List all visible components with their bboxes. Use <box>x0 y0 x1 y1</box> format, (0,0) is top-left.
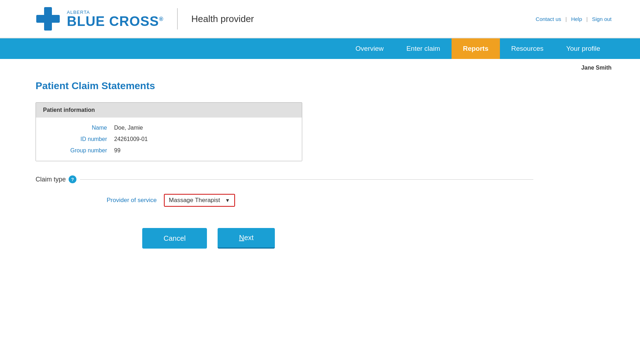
cancel-button[interactable]: Cancel <box>142 228 207 249</box>
logo-subtitle: Health provider <box>191 13 254 25</box>
next-button[interactable]: Next <box>218 228 275 249</box>
svg-rect-1 <box>36 15 60 23</box>
patient-info-body: Name Doe, Jamie ID number 24261009-01 Gr… <box>36 118 302 161</box>
claim-type-header-row: Claim type ? <box>36 175 533 183</box>
patient-info-header: Patient information <box>36 103 302 118</box>
dropdown-arrow-icon: ▼ <box>225 197 230 203</box>
header-links: Contact us | Help | Sign out <box>536 16 612 22</box>
header: ALBERTA BLUE CROSS® Health provider Cont… <box>0 0 640 38</box>
patient-id-row: ID number 24261009-01 <box>50 136 288 142</box>
button-row: Cancel Next <box>36 228 533 249</box>
claim-type-section: Claim type ? Provider of service Massage… <box>36 175 533 207</box>
patient-group-value: 99 <box>114 147 121 154</box>
patient-group-label: Group number <box>50 147 107 154</box>
claim-type-help-icon[interactable]: ? <box>69 175 76 183</box>
nav-reports[interactable]: Reports <box>452 38 500 59</box>
nav-overview[interactable]: Overview <box>344 38 395 59</box>
claim-type-divider <box>80 179 533 180</box>
nav-bar: Overview Enter claim Reports Resources Y… <box>0 38 640 59</box>
provider-label: Provider of service <box>107 197 157 204</box>
logo-container: ALBERTA BLUE CROSS® Health provider <box>36 6 254 31</box>
patient-id-value: 24261009-01 <box>114 136 148 142</box>
sign-out-link[interactable]: Sign out <box>592 16 612 22</box>
logo-blue-cross: BLUE CROSS® <box>67 15 164 28</box>
user-name-bar: Jane Smith <box>0 59 640 77</box>
provider-row: Provider of service Massage Therapist ▼ <box>36 194 533 207</box>
patient-group-row: Group number 99 <box>50 147 288 154</box>
logo-divider <box>177 8 178 29</box>
claim-type-header: Claim type ? <box>36 175 76 183</box>
page-title: Patient Claim Statements <box>36 80 533 92</box>
patient-name-label: Name <box>50 125 107 131</box>
logo-icon <box>36 6 60 31</box>
patient-name-row: Name Doe, Jamie <box>50 125 288 131</box>
logo-text: ALBERTA BLUE CROSS® <box>67 10 164 28</box>
select-container[interactable]: Massage Therapist ▼ <box>165 195 234 206</box>
provider-selected-value: Massage Therapist <box>169 197 220 204</box>
nav-resources[interactable]: Resources <box>500 38 555 59</box>
claim-type-label: Claim type <box>36 176 66 183</box>
provider-select-wrapper: Massage Therapist ▼ <box>164 194 235 207</box>
contact-us-link[interactable]: Contact us <box>536 16 561 22</box>
nav-your-profile[interactable]: Your profile <box>555 38 612 59</box>
main-content: Patient Claim Statements Patient informa… <box>0 77 569 270</box>
patient-name-value: Doe, Jamie <box>114 125 143 131</box>
next-underline-n: N <box>239 234 244 241</box>
nav-enter-claim[interactable]: Enter claim <box>395 38 452 59</box>
help-link[interactable]: Help <box>571 16 582 22</box>
patient-info-box: Patient information Name Doe, Jamie ID n… <box>36 102 302 161</box>
patient-id-label: ID number <box>50 136 107 142</box>
user-name: Jane Smith <box>581 65 612 71</box>
